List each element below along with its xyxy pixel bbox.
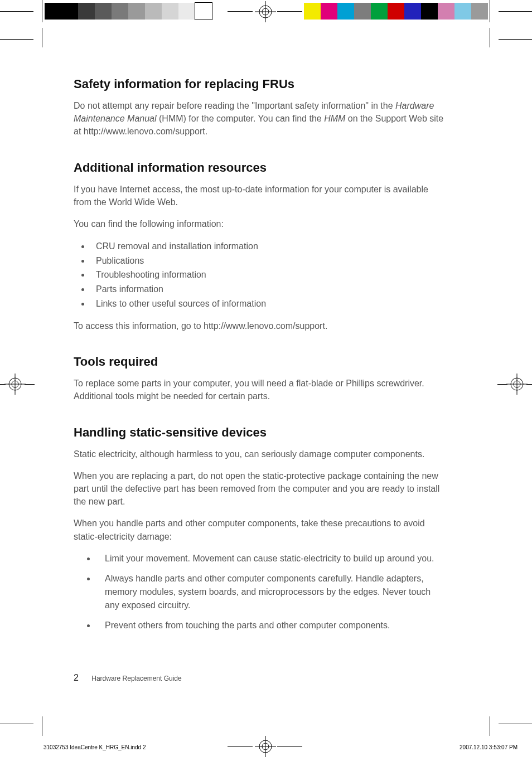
paragraph: You can find the following information: xyxy=(74,217,447,230)
paragraph: To replace some parts in your computer, … xyxy=(74,377,447,403)
swatch xyxy=(438,3,454,20)
swatch xyxy=(128,3,145,20)
swatch xyxy=(388,3,404,20)
list-item: CRU removal and installation information xyxy=(90,239,447,254)
heading: Additional information resources xyxy=(74,161,447,175)
swatch xyxy=(304,3,321,20)
swatch xyxy=(354,3,371,20)
registration-mark-icon xyxy=(255,736,276,757)
section-safety-info: Safety information for replacing FRUs Do… xyxy=(74,77,447,138)
swatch xyxy=(95,3,112,20)
list-item: Links to other useful sources of informa… xyxy=(90,297,447,311)
colorbar-cmyk xyxy=(304,3,488,20)
crop-line xyxy=(277,746,302,747)
heading: Tools required xyxy=(74,355,447,369)
crop-line xyxy=(499,39,532,40)
list-item: Prevent others from touching the parts a… xyxy=(96,619,447,632)
swatch xyxy=(112,3,128,20)
list-item: Parts information xyxy=(90,282,447,297)
list-item: Troubleshooting information xyxy=(90,268,447,282)
paragraph: When you are replacing a part, do not op… xyxy=(74,469,447,508)
crop-line xyxy=(277,11,302,12)
heading: Safety information for replacing FRUs xyxy=(74,77,447,91)
list-item: Always handle parts and other computer c… xyxy=(96,572,447,612)
crop-line xyxy=(490,716,490,736)
swatch xyxy=(371,3,388,20)
crop-line xyxy=(42,28,42,47)
page-footer: 2 Hardware Replacement Guide xyxy=(74,673,182,683)
crop-line xyxy=(490,28,490,47)
swatch xyxy=(421,3,438,20)
precautions-list: Limit your movement. Movement can cause … xyxy=(74,552,447,632)
paragraph: Do not attempt any repair before reading… xyxy=(74,99,447,138)
paragraph: When you handle parts and other computer… xyxy=(74,517,447,542)
crop-line xyxy=(499,11,532,12)
crop-line xyxy=(25,384,35,385)
section-static-sensitive: Handling static-sensitive devices Static… xyxy=(74,425,447,632)
page-content: Safety information for replacing FRUs Do… xyxy=(74,77,447,639)
swatch xyxy=(321,3,337,20)
swatch xyxy=(162,3,178,20)
footer-title: Hardware Replacement Guide xyxy=(91,675,181,682)
info-list: CRU removal and installation information… xyxy=(74,239,447,311)
crop-line xyxy=(499,724,532,724)
section-additional-info: Additional information resources If you … xyxy=(74,161,447,333)
imprint-left: 31032753 IdeaCentre K_HRG_EN.indd 2 xyxy=(43,744,146,750)
swatch xyxy=(337,3,354,20)
registration-mark-icon xyxy=(4,374,26,395)
swatch xyxy=(195,3,212,20)
crop-line xyxy=(0,39,33,40)
paragraph: To access this information, go to http:/… xyxy=(74,319,447,332)
swatch xyxy=(454,3,471,20)
heading: Handling static-sensitive devices xyxy=(74,425,447,440)
registration-mark-icon xyxy=(255,1,276,22)
swatch xyxy=(78,3,95,20)
page-number: 2 xyxy=(74,673,79,682)
imprint-right: 2007.12.10 3:53:07 PM xyxy=(460,744,518,750)
list-item: Limit your movement. Movement can cause … xyxy=(96,552,447,565)
swatch xyxy=(45,3,61,20)
crop-line xyxy=(42,716,42,736)
crop-line xyxy=(497,384,507,385)
crop-line xyxy=(228,746,253,747)
crop-line xyxy=(0,724,33,724)
paragraph: Static electricity, although harmless to… xyxy=(74,448,447,460)
crop-line xyxy=(490,0,490,22)
crop-line xyxy=(526,384,532,385)
swatch xyxy=(471,3,488,20)
crop-line xyxy=(228,11,253,12)
swatch xyxy=(145,3,162,20)
swatch xyxy=(178,3,195,20)
crop-line xyxy=(42,0,42,22)
page: Safety information for replacing FRUs Do… xyxy=(0,0,532,766)
swatch xyxy=(61,3,78,20)
registration-mark-icon xyxy=(506,374,528,395)
paragraph: If you have Internet access, the most up… xyxy=(74,183,447,209)
list-item: Publications xyxy=(90,254,447,268)
crop-line xyxy=(0,11,33,12)
swatch xyxy=(404,3,421,20)
section-tools-required: Tools required To replace some parts in … xyxy=(74,355,447,403)
crop-line xyxy=(0,384,6,385)
colorbar-grayscale xyxy=(45,3,212,20)
